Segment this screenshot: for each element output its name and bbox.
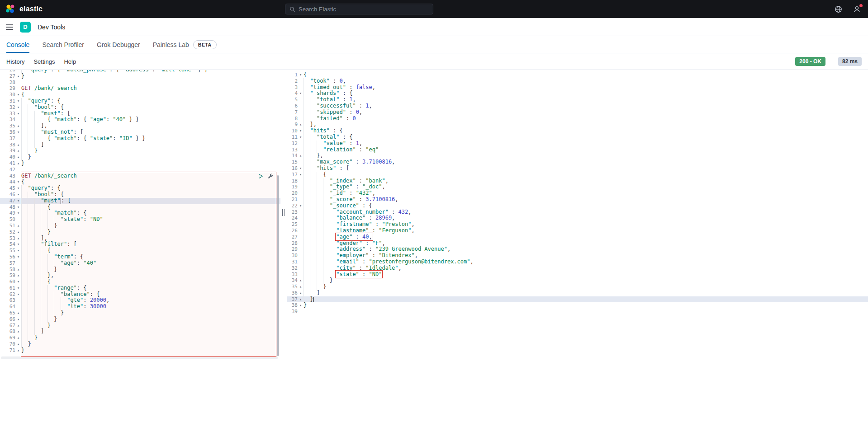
- fold-toggle-icon[interactable]: ▾: [15, 291, 21, 298]
- fold-toggle-icon[interactable]: ▾: [15, 185, 21, 192]
- code-line[interactable]: 29 "address" : "239 Greenwood Avenue",: [287, 246, 868, 253]
- code-line[interactable]: 47▾ "must": [: [0, 198, 280, 204]
- pane-resizer[interactable]: [280, 70, 287, 436]
- fold-toggle-icon[interactable]: ▴: [15, 235, 21, 242]
- response-viewer[interactable]: 1▾{2 "took" : 0,3 "timed_out" : false,4▾…: [287, 70, 868, 436]
- code-line[interactable]: 27 "age" : 40,: [287, 234, 868, 240]
- fold-toggle-icon[interactable]: ▾: [298, 203, 304, 209]
- code-line[interactable]: 16▾ "hits" : [: [287, 165, 868, 172]
- fold-toggle-icon[interactable]: ▾: [15, 192, 21, 198]
- tab-painless-lab[interactable]: Painless LabBETA: [153, 37, 217, 53]
- fold-toggle-icon[interactable]: ▴: [15, 328, 21, 335]
- code-line[interactable]: 67▴ }: [0, 323, 280, 329]
- code-line[interactable]: 57 "age": "40": [0, 260, 280, 267]
- code-line[interactable]: 25 "firstname" : "Preston",: [287, 221, 868, 228]
- fold-toggle-icon[interactable]: ▾: [15, 204, 21, 211]
- code-line[interactable]: 52▴ }: [0, 229, 280, 235]
- code-line[interactable]: 32▾ "bool": {: [0, 104, 280, 111]
- fold-toggle-icon[interactable]: ▴: [298, 122, 304, 128]
- code-line[interactable]: 7 "skipped" : 0,: [287, 109, 868, 116]
- code-line[interactable]: 26 "query": { "match_phrase": { "address…: [0, 70, 280, 73]
- fold-toggle-icon[interactable]: ▾: [298, 128, 304, 134]
- code-line[interactable]: 31▾ "query": {: [0, 98, 280, 104]
- code-line[interactable]: 50 "state": "ND": [0, 216, 280, 223]
- code-line[interactable]: 12 "value" : 1,: [287, 141, 868, 147]
- code-line[interactable]: 68▴ ]: [0, 328, 280, 335]
- console-menu-settings[interactable]: Settings: [33, 58, 55, 65]
- code-line[interactable]: 43GET /bank/_search: [0, 173, 280, 179]
- tab-search-profiler[interactable]: Search Profiler: [42, 37, 84, 53]
- code-line[interactable]: 41▴}: [0, 160, 280, 167]
- code-line[interactable]: 5 "total" : 1,: [287, 97, 868, 103]
- code-line[interactable]: 19 "_type" : "_doc",: [287, 184, 868, 190]
- code-line[interactable]: 49▾ "match": {: [0, 210, 280, 216]
- fold-toggle-icon[interactable]: ▾: [298, 134, 304, 141]
- code-line[interactable]: 55▾ {: [0, 248, 280, 254]
- code-line[interactable]: 32 "city" : "Idledale",: [287, 265, 868, 272]
- code-line[interactable]: 69▴ }: [0, 335, 280, 341]
- menu-toggle-icon[interactable]: [0, 24, 20, 30]
- fold-toggle-icon[interactable]: ▾: [15, 285, 21, 291]
- code-line[interactable]: 9▴ },: [287, 122, 868, 128]
- fold-toggle-icon[interactable]: ▴: [15, 73, 21, 80]
- code-line[interactable]: 18 "_index" : "bank",: [287, 178, 868, 184]
- code-line[interactable]: 53▴ ],: [0, 235, 280, 242]
- code-line[interactable]: 63 "gte": 20000,: [0, 297, 280, 304]
- code-line[interactable]: 37▴ }: [287, 296, 868, 303]
- code-line[interactable]: 31 "email" : "prestonferguson@bitendrex.…: [287, 259, 868, 265]
- code-line[interactable]: 2 "took" : 0,: [287, 78, 868, 84]
- fold-toggle-icon[interactable]: ▴: [15, 272, 21, 279]
- fold-toggle-icon[interactable]: ▴: [15, 223, 21, 229]
- send-request-button[interactable]: [258, 173, 263, 179]
- code-line[interactable]: 28: [0, 80, 280, 86]
- fold-toggle-icon[interactable]: ▾: [15, 248, 21, 254]
- fold-toggle-icon[interactable]: ▾: [298, 165, 304, 172]
- console-menu-history[interactable]: History: [6, 58, 24, 65]
- fold-toggle-icon[interactable]: ▾: [15, 179, 21, 185]
- fold-toggle-icon[interactable]: ▴: [298, 153, 304, 159]
- code-line[interactable]: 58▴ }: [0, 267, 280, 273]
- code-line[interactable]: 56▾ "term": {: [0, 254, 280, 260]
- code-line[interactable]: 48▾ {: [0, 204, 280, 211]
- fold-toggle-icon[interactable]: ▴: [298, 302, 304, 309]
- fold-toggle-icon[interactable]: ▴: [15, 310, 21, 316]
- code-line[interactable]: 46▾ "bool": {: [0, 192, 280, 198]
- code-line[interactable]: 20 "_id" : "432",: [287, 190, 868, 197]
- code-line[interactable]: 10▾ "hits" : {: [287, 128, 868, 134]
- global-search-input[interactable]: Search Elastic: [285, 4, 433, 14]
- fold-toggle-icon[interactable]: ▾: [15, 210, 21, 216]
- code-line[interactable]: 36▴ ]: [287, 290, 868, 296]
- code-line[interactable]: 60▾ {: [0, 279, 280, 285]
- fold-toggle-icon[interactable]: ▾: [15, 129, 21, 136]
- fold-toggle-icon[interactable]: ▴: [298, 277, 304, 284]
- code-line[interactable]: 44▾{: [0, 179, 280, 185]
- code-line[interactable]: 26 "lastname" : "Ferguson",: [287, 228, 868, 234]
- code-line[interactable]: 15 "max_score" : 3.7100816,: [287, 159, 868, 165]
- fold-toggle-icon[interactable]: ▴: [298, 296, 304, 303]
- code-line[interactable]: 70▴ }: [0, 341, 280, 347]
- code-line[interactable]: 39: [287, 309, 868, 315]
- fold-toggle-icon[interactable]: ▾: [15, 254, 21, 260]
- code-line[interactable]: 28 "gender" : "F",: [287, 240, 868, 247]
- console-menu-help[interactable]: Help: [64, 58, 76, 65]
- code-line[interactable]: 51▴ }: [0, 223, 280, 229]
- fold-toggle-icon[interactable]: ▴: [15, 160, 21, 167]
- code-line[interactable]: 37 { "match": { "state": "ID" } }: [0, 136, 280, 142]
- fold-toggle-icon[interactable]: ▴: [15, 335, 21, 341]
- code-line[interactable]: 13 "relation" : "eq": [287, 147, 868, 153]
- fold-toggle-icon[interactable]: ▾: [15, 241, 21, 248]
- fold-toggle-icon[interactable]: ▴: [15, 154, 21, 160]
- code-line[interactable]: 21 "_score" : 3.7100816,: [287, 197, 868, 203]
- code-line[interactable]: 30 "employer" : "Bitendrex",: [287, 253, 868, 259]
- code-line[interactable]: 39▴ }: [0, 148, 280, 154]
- fold-toggle-icon[interactable]: ▾: [15, 279, 21, 285]
- space-avatar[interactable]: D: [20, 22, 31, 33]
- code-line[interactable]: 40▴ }: [0, 154, 280, 160]
- code-line[interactable]: 34▴ }: [287, 277, 868, 284]
- code-line[interactable]: 1▾{: [287, 72, 868, 78]
- help-icon[interactable]: [835, 5, 842, 13]
- code-line[interactable]: 11▾ "total" : {: [287, 134, 868, 141]
- code-line[interactable]: 24 "balance" : 28969,: [287, 215, 868, 221]
- code-line[interactable]: 62▾ "balance": {: [0, 291, 280, 298]
- horizontal-scrollbar-track[interactable]: [1, 356, 278, 359]
